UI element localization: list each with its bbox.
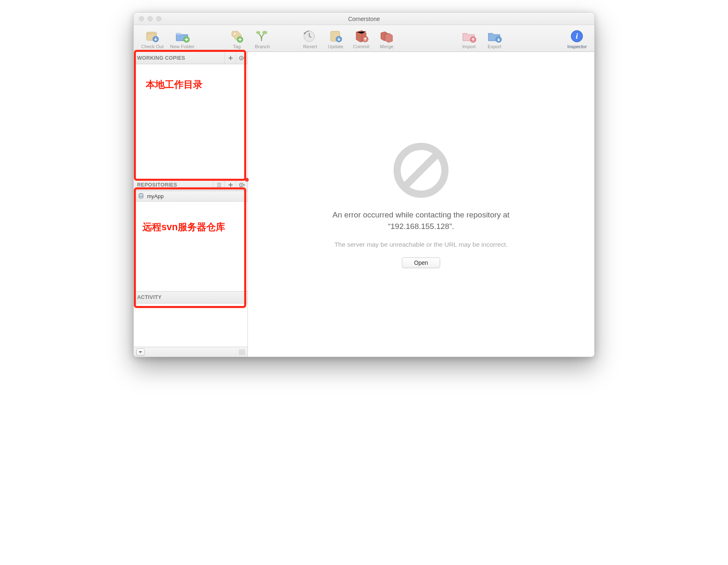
svg-point-16 — [240, 57, 242, 58]
repositories-list: myApp — [134, 191, 247, 291]
activity-header: ACTIVITY — [134, 291, 247, 304]
add-repository-button[interactable] — [224, 179, 236, 191]
working-copies-list — [134, 64, 247, 179]
titlebar: Cornerstone — [134, 13, 594, 25]
inspector-icon: i — [568, 28, 586, 44]
sidebar-footer — [134, 347, 247, 357]
activity-list — [134, 304, 247, 347]
merge-icon — [378, 28, 395, 44]
svg-point-6 — [256, 31, 260, 34]
merge-button[interactable]: Merge — [375, 28, 399, 50]
import-icon — [460, 28, 478, 44]
inspector-button[interactable]: i Inspector — [565, 28, 589, 50]
sidebar: WORKING COPIES REPOSITORIES — [134, 52, 248, 357]
main-content: An error occurred while contacting the r… — [248, 52, 594, 357]
checkout-button[interactable]: Check Out — [139, 28, 166, 50]
commit-button[interactable]: Commit — [349, 28, 373, 50]
window-title: Cornerstone — [134, 16, 594, 22]
alert-badge-icon — [245, 178, 249, 182]
repositories-gear-button[interactable] — [236, 179, 247, 191]
sidebar-footer-menu-button[interactable] — [136, 348, 145, 356]
svg-point-3 — [234, 33, 236, 35]
revert-icon — [301, 28, 319, 44]
database-icon — [138, 193, 144, 200]
tag-button[interactable]: Tag — [225, 28, 249, 50]
resize-grip-icon[interactable] — [239, 349, 245, 355]
working-copies-header: WORKING COPIES — [134, 52, 247, 64]
tag-icon — [228, 28, 245, 44]
repository-name: myApp — [147, 193, 163, 199]
commit-icon — [352, 28, 370, 44]
svg-point-5 — [262, 31, 267, 34]
app-window: Cornerstone Check Out New Folder — [133, 12, 595, 357]
new-folder-icon — [174, 28, 191, 44]
add-working-copy-button[interactable] — [224, 52, 236, 64]
open-button[interactable]: Open — [402, 257, 440, 268]
working-copies-gear-button[interactable] — [236, 52, 247, 64]
svg-point-18 — [240, 184, 242, 186]
prohibited-icon — [391, 140, 451, 200]
svg-text:i: i — [576, 32, 579, 40]
repository-item[interactable]: myApp — [134, 191, 247, 202]
revert-button[interactable]: Revert — [298, 28, 322, 50]
repositories-header: REPOSITORIES — [134, 179, 247, 191]
svg-line-21 — [406, 155, 436, 186]
import-button[interactable]: Import — [457, 28, 481, 50]
toolbar: Check Out New Folder Tag Branch — [134, 25, 594, 52]
branch-icon — [254, 28, 271, 44]
error-hint: The server may be unreachable or the URL… — [334, 241, 508, 248]
update-button[interactable]: Update — [324, 28, 348, 50]
export-button[interactable]: Export — [483, 28, 506, 50]
checkout-icon — [144, 28, 161, 44]
update-icon — [327, 28, 344, 44]
new-folder-button[interactable]: New Folder — [168, 28, 197, 50]
repositories-list-view-button[interactable] — [213, 179, 224, 191]
export-icon — [486, 28, 503, 44]
branch-button[interactable]: Branch — [250, 28, 274, 50]
error-message: An error occurred while contacting the r… — [333, 209, 510, 232]
